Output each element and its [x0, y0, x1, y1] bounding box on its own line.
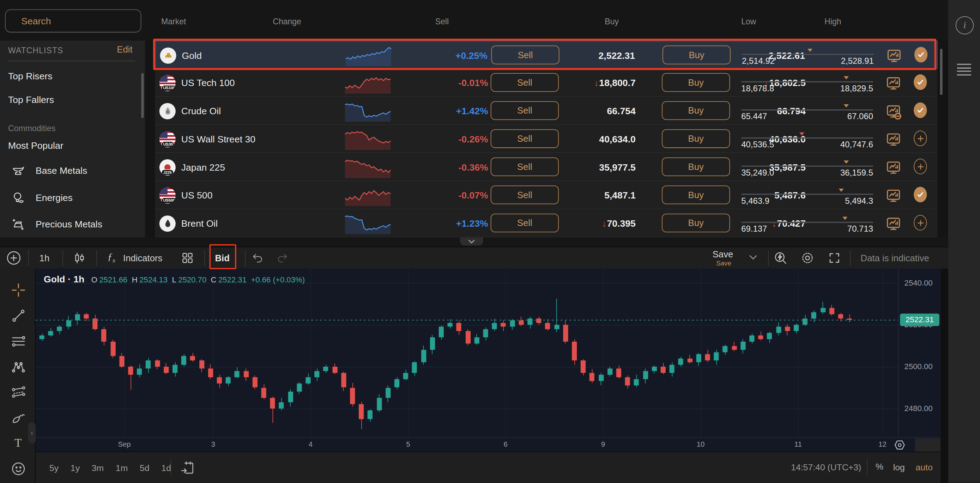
indicators-button[interactable]: Indicators [123, 253, 162, 263]
sell-button[interactable]: Sell [491, 186, 559, 204]
undo-icon[interactable] [251, 251, 264, 264]
buy-button[interactable]: Buy [662, 186, 730, 204]
high-value: 5,494.3 [845, 196, 873, 205]
range-3m[interactable]: 3m [92, 462, 104, 472]
market-row-gold[interactable]: Gold +0.25% 2,522.31 Sell 2,522.61 Buy 2… [155, 41, 937, 69]
price-axis[interactable]: 2540.002520.002500.002480.002522.31 [898, 269, 940, 437]
chart-monitor-icon[interactable] [885, 75, 901, 92]
market-row-brent-oil[interactable]: Brent Oil +1.23% ↓70.395 Sell ↓70.427 Bu… [155, 210, 937, 238]
add-to-watchlist-icon[interactable] [914, 130, 927, 146]
settings-gear-icon[interactable] [801, 251, 815, 265]
save-chevron-icon[interactable] [749, 254, 757, 261]
redo-icon[interactable] [275, 251, 289, 264]
trend-line-tool-icon[interactable] [10, 307, 26, 324]
axis-settings-icon[interactable] [893, 439, 906, 451]
indicators-fx-icon[interactable]: ƒx [108, 251, 115, 264]
buy-button[interactable]: Buy [662, 157, 730, 176]
goto-date-icon[interactable] [180, 461, 195, 476]
close-value: 2522.31 [218, 275, 247, 284]
fullscreen-icon[interactable] [827, 251, 842, 265]
sidebar-item-base-metals[interactable]: Base Metals [36, 165, 87, 176]
market-row-us-wall-street-30[interactable]: US30 US Wall Street 30 -0.26% 40,634.0 S… [155, 125, 937, 153]
crosshair-tool-icon[interactable] [10, 282, 26, 298]
sidebar-item-top-risers[interactable]: Top Risers [8, 70, 52, 81]
market-row-crude-oil[interactable]: Crude Oil +1.42% 66.754 Sell 66.794 Buy … [155, 97, 937, 125]
projection-tool-icon[interactable] [10, 384, 26, 400]
add-to-watchlist-icon[interactable] [914, 215, 927, 230]
sell-button[interactable]: Sell [492, 46, 560, 64]
range-1y[interactable]: 1y [70, 462, 80, 472]
added-to-watchlist-icon[interactable] [914, 75, 927, 90]
change-percent: +0.25% [455, 50, 488, 60]
instrument-name: Brent Oil [181, 218, 218, 229]
sidebar-scrollbar[interactable] [141, 73, 143, 118]
quick-search-icon[interactable] [774, 251, 788, 265]
add-to-watchlist-icon[interactable] [914, 159, 927, 174]
range-1m[interactable]: 1m [116, 462, 128, 472]
timeframe-button[interactable]: 1h [40, 253, 50, 263]
brush-tool-icon[interactable] [10, 409, 26, 425]
oil-drop-icon [159, 215, 176, 231]
change-percent: -0.07% [458, 190, 488, 200]
candlestick-style-icon[interactable] [73, 251, 86, 265]
bid-ask-toggle[interactable]: Bid [215, 253, 229, 263]
range-1d[interactable]: 1d [161, 462, 171, 472]
add-chart-icon[interactable] [6, 250, 22, 265]
sidebar-item-precious-metals[interactable]: Precious Metals [36, 219, 102, 229]
save-button[interactable]: Save [713, 249, 733, 259]
clock[interactable]: 14:57:40 (UTC+3) [791, 462, 861, 472]
layout-grid-icon[interactable] [181, 251, 194, 265]
range-5y[interactable]: 5y [49, 462, 59, 472]
chart-monitor-icon[interactable] [885, 215, 901, 232]
sell-button[interactable]: Sell [491, 73, 559, 92]
table-scrollbar[interactable] [940, 49, 943, 95]
chart-monitor-icon[interactable] [885, 187, 901, 205]
search-input[interactable] [20, 15, 147, 27]
sell-button[interactable]: Sell [491, 157, 559, 176]
text-tool-icon[interactable]: T [10, 435, 26, 451]
sell-button[interactable]: Sell [491, 129, 559, 148]
chart-monitor-icon[interactable] [885, 159, 901, 176]
added-to-watchlist-icon[interactable] [914, 103, 927, 118]
edit-watchlists-button[interactable]: Edit [117, 44, 132, 54]
sidebar-item-energies[interactable]: Energies [36, 192, 73, 203]
change-value: +0.66 (+0.03%) [251, 275, 305, 284]
search-box[interactable] [5, 10, 141, 33]
collapse-table-button[interactable] [460, 237, 483, 245]
change-percent: +1.23% [456, 218, 488, 229]
buy-button[interactable]: Buy [662, 101, 730, 120]
buy-button[interactable]: Buy [662, 46, 730, 64]
market-row-us-500[interactable]: US500 US 500 -0.07% 5,487.1 Sell 5,487.6… [155, 181, 937, 210]
sidebar-item-most-popular[interactable]: Most Popular [8, 140, 64, 151]
added-to-watchlist-icon[interactable] [914, 187, 927, 202]
chart-monitor-icon[interactable] [885, 130, 901, 148]
auto-scale-toggle[interactable]: auto [916, 462, 933, 472]
horizontal-lines-tool-icon[interactable] [10, 333, 26, 349]
log-scale-toggle[interactable]: log [893, 462, 905, 472]
sell-button[interactable]: Sell [491, 214, 559, 232]
high-value: 2,528.91 [841, 56, 874, 65]
buy-button[interactable]: Buy [662, 129, 730, 148]
buy-button[interactable]: Buy [662, 73, 730, 92]
candlestick-chart[interactable]: Gold · 1h O2521.66 H2524.13 L2520.70 C25… [36, 269, 898, 437]
buy-button[interactable]: Buy [662, 214, 730, 232]
added-to-watchlist-icon[interactable] [915, 47, 928, 62]
percent-scale-toggle[interactable]: % [876, 461, 883, 471]
chart-monitor-icon[interactable] [885, 103, 901, 120]
pattern-tool-icon[interactable] [10, 359, 26, 375]
menu-icon[interactable] [957, 64, 971, 78]
rail-collapse-handle[interactable]: ‹ [28, 423, 36, 443]
chart-monitor-icon[interactable] [885, 47, 902, 65]
instrument-badge: J225 [161, 169, 173, 175]
gridline [213, 269, 214, 437]
time-axis[interactable]: Sep34569101112 [36, 437, 940, 451]
sidebar-item-top-fallers[interactable]: Top Fallers [8, 94, 54, 105]
market-row-us-tech-100[interactable]: US100 US Tech 100 -0.01% ↓18,800.7 Sell … [155, 69, 937, 97]
market-row-japan-225[interactable]: J225 Japan 225 -0.36% 35,977.5 Sell 35,9… [155, 153, 937, 181]
sell-button[interactable]: Sell [491, 101, 559, 120]
emoji-tool-icon[interactable] [10, 461, 26, 477]
sell-price: 66.754 [607, 105, 635, 116]
info-icon[interactable]: i [956, 16, 974, 34]
range-5d[interactable]: 5d [140, 462, 150, 472]
watchlists-sidebar: WATCHLISTS Edit Top Risers Top Fallers C… [0, 41, 145, 237]
